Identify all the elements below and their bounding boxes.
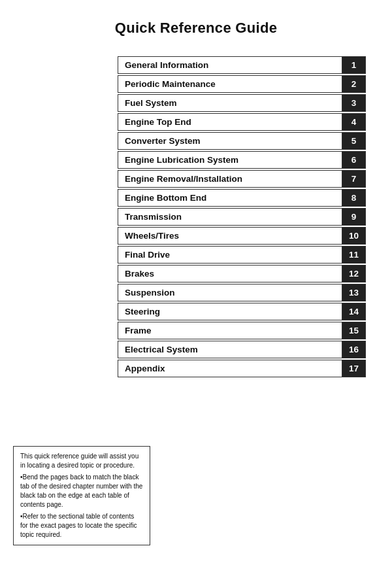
toc-label: Electrical System [118,341,342,358]
toc-label: Engine Removal/Installation [118,171,342,187]
toc-row: Electrical System16 [118,341,366,358]
toc-label: Periodic Maintenance [118,76,342,92]
page-title: Quick Reference Guide [13,20,379,37]
toc-row: Converter System5 [118,132,366,150]
toc-number: 1 [342,57,365,73]
toc-container: General Information1Periodic Maintenance… [118,56,366,377]
toc-number: 6 [342,152,365,168]
toc-label: Steering [118,303,342,320]
toc-number: 14 [342,303,365,320]
toc-row: Engine Bottom End8 [118,189,366,207]
toc-label: Engine Bottom End [118,190,342,206]
toc-row: Engine Lubrication System6 [118,151,366,169]
toc-label: Transmission [118,209,342,225]
toc-number: 9 [342,209,365,225]
toc-number: 2 [342,76,365,92]
toc-label: General Information [118,57,342,73]
toc-row: Transmission9 [118,208,366,226]
toc-label: Suspension [118,284,342,301]
toc-row: Periodic Maintenance2 [118,75,366,93]
toc-number: 11 [342,247,365,263]
toc-row: Final Drive11 [118,246,366,264]
toc-row: Suspension13 [118,284,366,301]
note-line2: •Bend the pages back to match the black … [20,473,143,509]
toc-row: Brakes12 [118,265,366,282]
toc-row: Appendix17 [118,360,366,377]
toc-row: Steering14 [118,303,366,320]
toc-label: Appendix [118,360,342,377]
toc-number: 13 [342,284,365,301]
toc-label: Final Drive [118,247,342,263]
toc-number: 10 [342,228,365,244]
toc-row: General Information1 [118,56,366,74]
toc-label: Wheels/Tires [118,228,342,244]
toc-label: Engine Top End [118,114,342,130]
toc-label: Frame [118,322,342,339]
toc-label: Fuel System [118,95,342,111]
note-box: This quick reference guide will assist y… [13,446,150,545]
toc-number: 3 [342,95,365,111]
toc-number: 5 [342,133,365,149]
toc-row: Frame15 [118,322,366,339]
toc-number: 8 [342,190,365,206]
toc-row: Wheels/Tires10 [118,227,366,245]
toc-label: Converter System [118,133,342,149]
toc-number: 7 [342,171,365,187]
toc-number: 15 [342,322,365,339]
note-line3: •Refer to the sectional table of content… [20,512,143,539]
toc-row: Engine Top End4 [118,113,366,131]
page: Quick Reference Guide General Informatio… [0,0,392,565]
toc-number: 12 [342,265,365,282]
toc-number: 4 [342,114,365,130]
toc-row: Engine Removal/Installation7 [118,170,366,188]
note-line1: This quick reference guide will assist y… [20,452,143,470]
toc-label: Brakes [118,265,342,282]
toc-label: Engine Lubrication System [118,152,342,168]
toc-number: 17 [342,360,365,377]
toc-number: 16 [342,341,365,358]
toc-row: Fuel System3 [118,94,366,112]
